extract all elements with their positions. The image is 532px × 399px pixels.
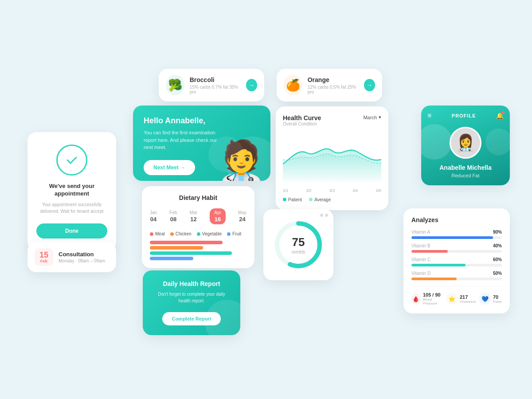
avatar: 👩‍⚕️ xyxy=(450,127,481,159)
chevron-down-icon: ▾ xyxy=(379,114,381,120)
profile-card: ≡ PROFILE 🔔 👩‍⚕️ Anabelle Michella Reduc… xyxy=(421,106,510,185)
gauge-card: 75 mmhb xyxy=(263,209,333,280)
hello-card: Hello Annabelle, You can find the first … xyxy=(133,106,270,181)
dietary-title: Dietary Habit xyxy=(150,194,246,201)
gauge-dots xyxy=(320,214,328,217)
dietary-date-row: Jan04 Feb08 Mar12 Apr16 May24 xyxy=(150,208,246,224)
date-item-may[interactable]: May24 xyxy=(238,210,246,223)
health-curve-header: Health Curve Overall Condition March ▾ xyxy=(283,114,381,126)
broccoli-stats: 15% carbs 0.7% fat 35% pro xyxy=(190,85,241,94)
next-meet-button[interactable]: Next Meet → xyxy=(144,160,195,175)
month-selector[interactable]: March ▾ xyxy=(363,114,381,120)
cholesterol-icon: ⭐ xyxy=(446,293,458,305)
daily-subtitle: Don't forget to complete your daily heal… xyxy=(152,291,231,304)
analyzes-card: Analyzes Vitamin A90% Vitamin B40% Vitam… xyxy=(403,208,510,313)
gauge-value: 75 xyxy=(292,235,305,249)
broccoli-name: Broccoli xyxy=(190,76,241,83)
diet-bars xyxy=(150,241,246,260)
chart-legend: Patient Average xyxy=(283,197,381,202)
profile-name: Anabelle Michella xyxy=(439,164,491,171)
appointment-card: We've send your appointment Your appoint… xyxy=(27,132,116,251)
broccoli-card: 🥦 Broccoli 15% carbs 0.7% fat 35% pro → xyxy=(159,69,264,102)
orange-card: 🍊 Orange 12% carbs 0.5% fat 25% pro → xyxy=(277,69,382,102)
chart-labels: 3/13/23/33/43/5 xyxy=(283,188,381,193)
date-item-feb[interactable]: Feb08 xyxy=(169,210,177,223)
cholesterol-stat: ⭐ 217 Cholestrol xyxy=(446,292,476,305)
consultation-card: 15 Feb Consultation Monday · 08am – 09am xyxy=(27,242,116,272)
bell-icon[interactable]: 🔔 xyxy=(496,112,504,119)
health-curve-subtitle: Overall Condition xyxy=(283,121,321,126)
orange-info: Orange 12% carbs 0.5% fat 25% pro xyxy=(308,76,359,94)
consultation-title: Consultation xyxy=(59,251,105,258)
vitamin-b-item: Vitamin B40% xyxy=(411,243,502,253)
profile-avatar-area: 👩‍⚕️ Anabelle Michella Reduced Fat xyxy=(421,120,510,185)
daily-title: Daily Health Report xyxy=(152,280,231,287)
pulse-stat: 💙 70 Pulse xyxy=(479,292,502,305)
analyzes-stats: 🩸 105 / 90 Blood Pressure ⭐ 217 Cholestr… xyxy=(411,286,502,305)
broccoli-info: Broccoli 15% carbs 0.7% fat 35% pro xyxy=(190,76,241,94)
health-curve-card: Health Curve Overall Condition March ▾ xyxy=(276,106,388,210)
date-item-jan[interactable]: Jan04 xyxy=(150,210,157,223)
gauge-unit: mmhb xyxy=(292,249,305,254)
consultation-day: 15 xyxy=(39,251,49,259)
done-button[interactable]: Done xyxy=(36,223,107,239)
hello-title: Hello Annabelle, xyxy=(144,116,260,125)
profile-role: Reduced Fat xyxy=(452,173,480,178)
profile-header: ≡ PROFILE 🔔 xyxy=(421,106,510,120)
vitamin-c-item: Vitamin C60% xyxy=(411,257,502,266)
appointment-title: We've send your appointment xyxy=(36,183,107,198)
consultation-month: Feb xyxy=(39,259,49,263)
hello-subtitle: You can find the first examination repor… xyxy=(144,129,223,151)
orange-stats: 12% carbs 0.5% fat 25% pro xyxy=(308,85,359,94)
vitamin-d-item: Vitamin D50% xyxy=(411,271,502,280)
menu-icon[interactable]: ≡ xyxy=(427,112,431,120)
vitamin-a-item: Vitamin A90% xyxy=(411,230,502,239)
complete-report-button[interactable]: Complete Report xyxy=(162,312,221,325)
date-item-mar[interactable]: Mar12 xyxy=(190,210,197,223)
blood-pressure-icon: 🩸 xyxy=(411,293,421,305)
pulse-icon: 💙 xyxy=(479,293,491,305)
date-item-apr[interactable]: Apr16 xyxy=(210,208,226,224)
consultation-info: Consultation Monday · 08am – 09am xyxy=(59,251,105,263)
broccoli-image: 🥦 xyxy=(166,75,184,95)
orange-name: Orange xyxy=(308,76,359,83)
daily-health-card: Daily Health Report Don't forget to comp… xyxy=(143,270,240,335)
appointment-subtitle: Your appointment successfully delivered.… xyxy=(36,201,107,215)
diet-legend: Meal Chicken Vegetable Fruit xyxy=(150,231,246,236)
orange-image: 🍊 xyxy=(284,75,302,95)
health-chart xyxy=(283,131,381,184)
analyzes-title: Analyzes xyxy=(411,216,502,223)
profile-label: PROFILE xyxy=(452,113,476,118)
orange-arrow[interactable]: → xyxy=(364,79,375,91)
health-curve-title: Health Curve xyxy=(283,114,321,121)
blood-pressure-stat: 🩸 105 / 90 Blood Pressure xyxy=(411,292,442,305)
check-circle xyxy=(56,145,87,176)
consultation-date-badge: 15 Feb xyxy=(35,248,53,266)
dietary-habit-card: Dietary Habit Jan04 Feb08 Mar12 Apr16 Ma… xyxy=(142,186,254,268)
broccoli-arrow[interactable]: → xyxy=(246,79,257,91)
consultation-time: Monday · 08am – 09am xyxy=(59,258,105,263)
